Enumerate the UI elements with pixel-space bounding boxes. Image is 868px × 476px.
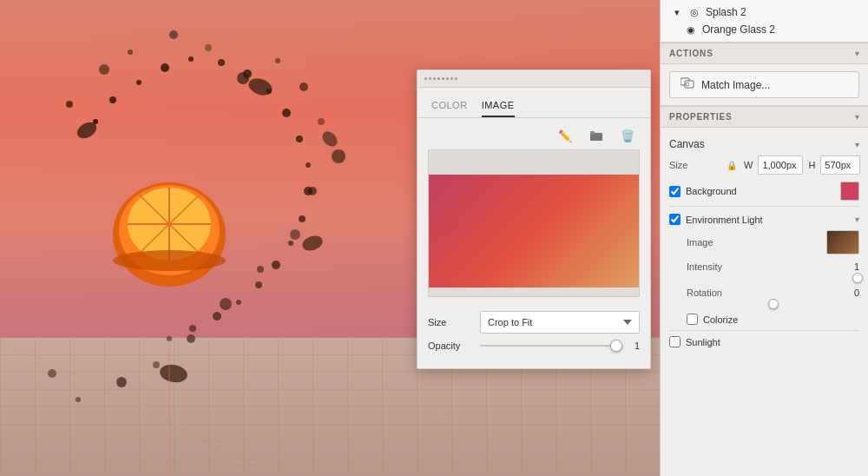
scene-tree: ▾ ◎ Splash 2 ◉ Orange Glass 2 (661, 0, 868, 43)
tab-image[interactable]: IMAGE (482, 95, 515, 117)
panel-tabs: COLOR IMAGE (418, 88, 650, 118)
floating-panel: COLOR IMAGE ✏️ 🗑️ Size Crop to Fit Fit (417, 69, 651, 369)
image-label: Image (687, 237, 739, 248)
background-row: Background (669, 182, 859, 201)
delete-button[interactable]: 🗑️ (615, 125, 640, 146)
object-icon: ◉ (685, 23, 697, 36)
size-control-row: Size Crop to Fit Fit Fill Stretch Tile (428, 311, 640, 334)
background-checkbox[interactable] (669, 186, 681, 197)
opacity-value: 1 (626, 340, 640, 351)
match-image-icon (681, 77, 694, 92)
actions-section-header: ACTIONS ▾ (661, 43, 868, 64)
sunlight-section: Sunlight (669, 330, 859, 347)
splash-icon: ◎ (688, 6, 700, 18)
height-input[interactable] (820, 155, 860, 175)
sunlight-row: Sunlight (669, 336, 859, 347)
image-prop-row: Image (687, 230, 859, 255)
properties-section: Canvas ▾ Size 🔒 W H Background Environme… (661, 128, 868, 360)
tree-item-orangeglass-label: Orange Glass 2 (702, 23, 775, 36)
properties-section-header: PROPERTIES ▾ (661, 106, 868, 128)
tab-color[interactable]: COLOR (431, 95, 468, 117)
sunlight-label: Sunlight (686, 337, 720, 347)
panel-image-preview-area (428, 149, 640, 297)
canvas-chevron-icon[interactable]: ▾ (855, 140, 859, 149)
opacity-slider-track[interactable] (480, 345, 621, 347)
colorize-label: Colorize (703, 314, 738, 325)
opacity-slider-thumb[interactable] (610, 340, 622, 352)
size-select[interactable]: Crop to Fit Fit Fill Stretch Tile (480, 311, 640, 334)
env-light-section: Environment Light ▾ Image Intensity 1 (669, 206, 859, 325)
intensity-slider-thumb[interactable] (852, 273, 863, 283)
background-color-swatch[interactable] (840, 182, 859, 201)
canvas-area: COLOR IMAGE ✏️ 🗑️ Size Crop to Fit Fit (0, 0, 660, 476)
intensity-label: Intensity (687, 261, 739, 272)
height-label: H (808, 160, 815, 170)
folder-button[interactable] (584, 125, 608, 146)
panel-drag-handle[interactable] (418, 70, 650, 88)
sunlight-checkbox[interactable] (669, 336, 681, 347)
size-prop-row: Size 🔒 W H (669, 155, 859, 175)
env-light-row: Environment Light ▾ (669, 214, 859, 225)
lock-icon: 🔒 (727, 161, 737, 170)
tree-item-splash2[interactable]: ▾ ◎ Splash 2 (661, 3, 868, 21)
properties-chevron-icon[interactable]: ▾ (855, 112, 859, 122)
size-label: Size (428, 317, 473, 327)
background-label: Background (686, 186, 737, 196)
tree-item-orangeglass[interactable]: ◉ Orange Glass 2 (661, 21, 868, 38)
colorize-row: Colorize (687, 314, 859, 325)
svg-rect-55 (590, 131, 595, 135)
rotation-slider-thumb[interactable] (768, 299, 779, 309)
rotation-prop-row: Rotation 0 (687, 288, 859, 307)
match-image-button[interactable]: Match Image... (669, 71, 859, 98)
edit-button[interactable]: ✏️ (553, 125, 577, 146)
panel-toolbar: ✏️ 🗑️ (418, 118, 650, 149)
width-label: W (744, 160, 753, 170)
tree-item-splash2-label: Splash 2 (706, 6, 746, 18)
environment-light-checkbox[interactable] (669, 214, 681, 225)
expand-icon: ▾ (671, 6, 683, 18)
colorize-checkbox[interactable] (687, 314, 698, 325)
actions-chevron-icon[interactable]: ▾ (855, 49, 859, 58)
panel-controls: Size Crop to Fit Fit Fill Stretch Tile O… (418, 304, 650, 368)
match-image-label: Match Image... (701, 79, 770, 91)
opacity-control-row: Opacity 1 (428, 340, 640, 351)
env-light-chevron-icon[interactable]: ▾ (855, 215, 859, 224)
canvas-group: Canvas ▾ (669, 135, 859, 155)
image-thumbnail[interactable] (826, 230, 859, 255)
canvas-label: Canvas (669, 138, 705, 150)
rotation-label: Rotation (687, 288, 739, 298)
width-input[interactable] (758, 155, 803, 175)
size-prop-label: Size (669, 160, 721, 170)
properties-title: PROPERTIES (669, 112, 732, 122)
intensity-value: 1 (854, 261, 859, 272)
right-panel: ▾ ◎ Splash 2 ◉ Orange Glass 2 ACTIONS ▾ … (660, 0, 868, 476)
environment-light-label: Environment Light (686, 215, 763, 225)
actions-title: ACTIONS (669, 49, 713, 58)
rotation-value: 0 (854, 288, 859, 298)
opacity-label: Opacity (428, 340, 473, 351)
drag-dots (424, 77, 457, 80)
actions-section: Match Image... (661, 64, 868, 106)
image-preview (429, 175, 639, 288)
intensity-prop-row: Intensity 1 (687, 261, 859, 281)
